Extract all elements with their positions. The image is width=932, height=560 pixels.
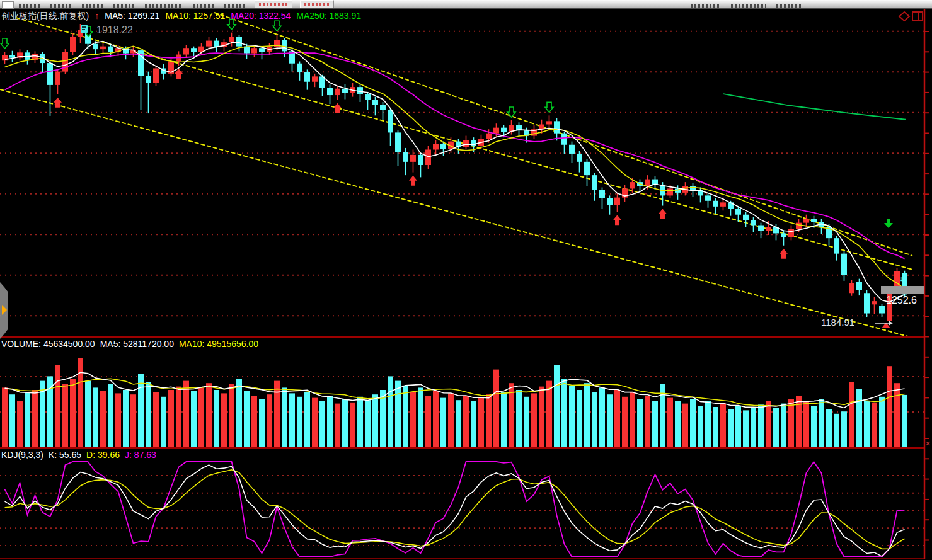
main-chart-header: 创业板指(日线.前复权)↑MA5: 1269.21MA10: 1257.51MA… — [1, 11, 367, 22]
ma20-value: MA20: 1322.54 — [231, 11, 291, 21]
last-price-box — [881, 286, 924, 294]
ma250-value: MA250: 1683.91 — [296, 11, 361, 21]
buy-signal-icon — [659, 209, 667, 219]
trend-up-arrow-icon: ↑ — [95, 11, 99, 21]
window-icon[interactable] — [2, 1, 14, 9]
menu-item-stub[interactable] — [82, 4, 103, 8]
menu-button-red-1[interactable] — [255, 0, 292, 8]
chart-canvas[interactable] — [0, 0, 932, 560]
menu-item-stub[interactable] — [50, 4, 72, 8]
menu-item-stub[interactable] — [145, 4, 183, 8]
sidebar-expand-handle[interactable] — [0, 282, 8, 339]
menu-item-stub[interactable] — [691, 4, 721, 8]
note-icon — [81, 25, 88, 33]
kdj-j-value: J: 87.63 — [125, 450, 156, 460]
kdj-d-value: D: 39.66 — [86, 450, 120, 460]
sell-signal-icon — [1, 38, 9, 49]
ma5-value: MA5: 1269.21 — [105, 11, 159, 21]
kdj-k-value: K: 55.65 — [49, 450, 81, 460]
buy-signal-icon — [54, 98, 62, 108]
trading-app-window: 创业板指(日线.前复权)↑MA5: 1269.21MA10: 1257.51MA… — [0, 0, 932, 560]
menu-item-stub[interactable] — [731, 4, 766, 8]
menu-item-stub[interactable] — [193, 4, 214, 8]
volume-ma5-value: MA5: 52811720.00 — [100, 339, 174, 349]
low-price-label: 1184.91 — [821, 317, 854, 328]
chart-title: 创业板指(日线.前复权) — [1, 11, 89, 21]
buy-signal-icon — [409, 176, 417, 186]
menu-item-stub[interactable] — [113, 4, 135, 8]
axis-resize-icon[interactable]: ✕ — [925, 440, 931, 448]
ma10-value: MA10: 1257.51 — [165, 11, 225, 21]
split-pane-icon[interactable] — [912, 12, 923, 21]
volume-pane — [0, 358, 924, 447]
diamond-icon[interactable] — [899, 12, 909, 21]
kdj-header: KDJ(9,3,3)K: 55.65D: 39.66J: 87.63 — [1, 450, 161, 460]
menu-bar[interactable] — [0, 0, 932, 9]
buy-signal-icon — [780, 249, 788, 259]
kdj-pane — [0, 462, 924, 557]
buy-signal-icon — [613, 215, 621, 225]
sell-signal-solid-icon — [884, 219, 893, 228]
sell-signal-icon — [273, 21, 281, 31]
volume-value: VOLUME: 45634500.00 — [1, 339, 95, 349]
high-price-label: 1918.22 — [96, 25, 133, 36]
buy-signal-icon — [333, 103, 342, 113]
low-pointer-arrowhead — [889, 321, 893, 326]
menu-item-stub[interactable] — [224, 4, 246, 8]
down-arrow-glyph: ↓ — [899, 273, 904, 283]
price-pane — [0, 13, 924, 338]
volume-ma10-value: MA10: 49515656.00 — [179, 339, 258, 349]
menu-item-stub[interactable] — [19, 4, 40, 8]
volume-header: VOLUME: 45634500.00MA5: 52811720.00MA10:… — [1, 339, 263, 349]
last-price-label: 1252.6 — [886, 295, 917, 306]
menu-button-red-2[interactable] — [300, 0, 334, 8]
sell-signal-icon — [545, 102, 553, 112]
kdj-indicator-label: KDJ(9,3,3) — [1, 450, 43, 460]
menu-item-stub[interactable] — [776, 4, 802, 8]
chart-frame — [0, 9, 932, 560]
